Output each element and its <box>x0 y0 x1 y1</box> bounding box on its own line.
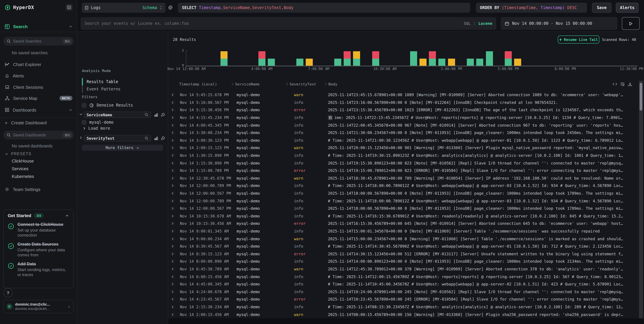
log-row[interactable]: Nov 14 1:30:15.890 PMmysql-demoinfo# Tim… <box>168 152 644 159</box>
preset-clickhouse[interactable]: ClickHouse <box>12 159 34 163</box>
log-row[interactable]: Nov 14 12:00:00.567 PMmysql-demoinfo2025… <box>168 205 644 212</box>
sidebar-item-service-map[interactable]: Service MapBETA <box>0 94 77 103</box>
expand-row-chevron-icon[interactable] <box>171 147 174 150</box>
saved-searches-input[interactable]: Saved Searches ⌘K <box>3 37 74 46</box>
histogram-bar-info[interactable] <box>429 58 436 66</box>
filter-group-severitytext[interactable]: SeverityText <box>84 135 151 141</box>
histogram-bar-info[interactable] <box>476 58 484 66</box>
histogram-bar-info[interactable] <box>334 58 341 66</box>
histogram-bar-warn[interactable] <box>448 58 455 66</box>
expand-row-chevron-icon[interactable] <box>171 222 174 225</box>
log-row[interactable]: Nov 14 3:00:30.123 PMmysql-demoinfo# Tim… <box>168 137 644 144</box>
user-menu[interactable]: D dominic.tran@clic... dominic.tran@clic… <box>3 300 74 313</box>
chevron-up-icon[interactable] <box>69 25 72 28</box>
log-row[interactable]: Nov 14 6:00:15.456 AMmysql-demoinfo# Tim… <box>168 273 644 281</box>
histogram-bar-error[interactable] <box>429 51 436 58</box>
histogram-bar-info[interactable] <box>505 58 512 66</box>
log-row[interactable]: Nov 14 2:15:30.234 AMmysql-demoinfo# Tim… <box>168 303 644 311</box>
expand-row-chevron-icon[interactable] <box>171 162 174 164</box>
expand-row-chevron-icon[interactable] <box>171 298 174 301</box>
log-row[interactable]: Nov 14 4:24:00.678 AMmysql-demoinfo2025-… <box>168 288 644 296</box>
sidebar-item-dashboards[interactable]: Dashboards <box>0 105 77 115</box>
expand-row-chevron-icon[interactable] <box>171 252 174 256</box>
saved-dashboards-input[interactable]: Saved Dashboards ⌘K <box>3 131 74 139</box>
expand-row-chevron-icon[interactable] <box>171 109 174 112</box>
presets-toggle[interactable]: PRESETS <box>0 150 77 158</box>
load-more-button[interactable]: Load more <box>82 126 110 131</box>
log-row[interactable]: Nov 14 10:15:30.678 AMmysql-demoinfo# Ti… <box>168 212 644 220</box>
preset-kubernetes[interactable]: Kubernetes <box>12 174 34 179</box>
histogram-bar-error[interactable] <box>372 51 379 58</box>
search-icon[interactable] <box>145 136 148 140</box>
log-row[interactable]: Nov 14 10:15:30.456 AMmysql-demoerror202… <box>168 220 644 227</box>
expand-row-chevron-icon[interactable] <box>171 124 174 127</box>
histogram-bar-info[interactable] <box>486 51 493 66</box>
mode-sql[interactable]: SQL <box>464 21 471 26</box>
filter-value-checkbox[interactable] <box>82 120 86 125</box>
log-row[interactable]: Nov 14 2:00:15.123 PMmysql-demowarn2025-… <box>168 144 644 152</box>
scrollbar-thumb[interactable] <box>640 83 642 111</box>
chart-filter-icon[interactable] <box>154 113 158 117</box>
histogram-bar-info[interactable] <box>344 58 351 66</box>
log-row[interactable]: Nov 14 8:00:00.890 AMmysql-demoinfo2025-… <box>168 258 644 265</box>
chevron-right-icon[interactable] <box>79 136 82 139</box>
log-row[interactable]: Nov 14 4:15:45.234 PMmysql-demoinfoime: … <box>168 114 644 122</box>
source-select[interactable]: Logs Schema <box>82 3 166 13</box>
log-row[interactable]: Nov 14 12:00:00.789 PMmysql-demoinfo# Ti… <box>168 182 644 189</box>
save-button[interactable]: Save <box>592 3 612 13</box>
expand-row-chevron-icon[interactable] <box>171 237 174 240</box>
histogram-bar-info[interactable] <box>467 58 474 66</box>
code-view-icon[interactable] <box>612 82 617 86</box>
sidebar-item-team-settings[interactable]: Team Settings <box>0 185 77 194</box>
analysis-mode-results-table[interactable]: Results Table <box>82 78 159 85</box>
log-row[interactable]: Nov 14 8:30:15.123 AMmysql-demoerror2025… <box>168 250 644 258</box>
log-row[interactable]: Nov 14 5:15:30.456 PMmysql-demoerror2025… <box>168 106 644 114</box>
chevron-down-icon[interactable] <box>79 113 82 116</box>
log-row[interactable]: Nov 14 4:00:45.345 PMmysql-demoinfo2025-… <box>168 122 644 129</box>
histogram-bar-info[interactable] <box>220 58 227 66</box>
order-by-editor[interactable]: ORDER BY (TimestampTime, Timestamp) DESC <box>476 3 587 13</box>
expand-row-chevron-icon[interactable] <box>171 215 174 218</box>
histogram-bar-warn[interactable] <box>220 51 227 58</box>
expand-row-chevron-icon[interactable] <box>171 283 174 286</box>
expand-row-chevron-icon[interactable] <box>171 306 174 309</box>
expand-row-chevron-icon[interactable] <box>171 177 174 180</box>
scrollbar-track[interactable] <box>639 81 643 318</box>
create-dashboard-button[interactable]: + Create Dashboard <box>0 118 77 127</box>
histogram-bar-info[interactable] <box>438 58 446 66</box>
get-started-item[interactable]: Add DataStart sending logs, metrics, or … <box>8 262 69 277</box>
expand-row-chevron-icon[interactable] <box>171 199 174 202</box>
more-filters-button[interactable]: More filters <box>82 145 163 151</box>
log-row[interactable]: Nov 14 6:45:30.789 AMmysql-demowarn2025-… <box>168 265 644 273</box>
mode-lucene[interactable]: Lucene <box>478 21 492 26</box>
histogram-bar-info[interactable] <box>410 51 417 66</box>
drag-handle-icon[interactable]: ⠿ <box>232 83 234 86</box>
histogram-bar-error[interactable] <box>505 51 512 58</box>
source-settings-gear-icon[interactable] <box>168 5 173 10</box>
sidebar-item-chart-explorer[interactable]: Chart Explorer <box>0 60 77 69</box>
date-range-picker[interactable]: Nov 14 00:00:00 - Nov 15 00:00:00 <box>501 17 618 30</box>
sidebar-item-search[interactable]: Search <box>0 22 77 31</box>
drag-handle-icon[interactable]: ⠿ <box>325 83 327 86</box>
column-header-severitytext[interactable]: ⠿SeverityText <box>286 82 316 86</box>
denoise-results-option[interactable]: Denoise Results <box>82 103 133 108</box>
log-row[interactable]: Nov 14 12:00:00.567 PMmysql-demoinfo2025… <box>168 190 644 197</box>
sidebar-item-alerts[interactable]: Alerts <box>0 71 77 80</box>
expand-row-chevron-icon[interactable] <box>171 131 174 134</box>
copy-icon[interactable] <box>328 115 332 120</box>
histogram-bar-info[interactable] <box>268 58 275 66</box>
log-row[interactable]: Nov 14 4:45:00.345 AMmysql-demoinfo# Tim… <box>168 281 644 288</box>
histogram-bar-info[interactable] <box>372 58 379 66</box>
column-header-body[interactable]: ⠿Body <box>325 82 337 86</box>
alerts-button[interactable]: Alerts <box>616 3 639 13</box>
search-icon[interactable] <box>145 113 148 117</box>
log-row[interactable]: Nov 14 5:45:15.678 PMmysql-demowarn2025-… <box>168 91 644 99</box>
histogram-bar-warn[interactable] <box>306 58 313 66</box>
log-row[interactable]: Nov 14 8:30:45.567 AMmysql-demoinfo# Tim… <box>168 243 644 250</box>
preset-services[interactable]: Services <box>12 166 28 171</box>
chevron-up-icon[interactable] <box>69 108 72 112</box>
histogram-bar-error[interactable] <box>258 51 265 58</box>
histogram-bar-info[interactable] <box>296 58 303 66</box>
expand-row-chevron-icon[interactable] <box>171 260 174 263</box>
histogram-bar-error[interactable] <box>344 51 351 58</box>
